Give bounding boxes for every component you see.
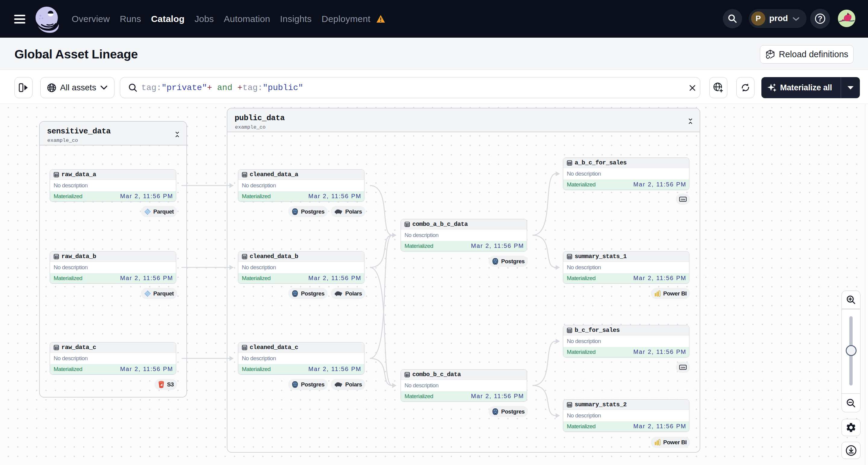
svg-text:?: ? [818,14,822,23]
svg-text:csv: csv [681,366,685,369]
svg-text:csv: csv [681,197,685,201]
